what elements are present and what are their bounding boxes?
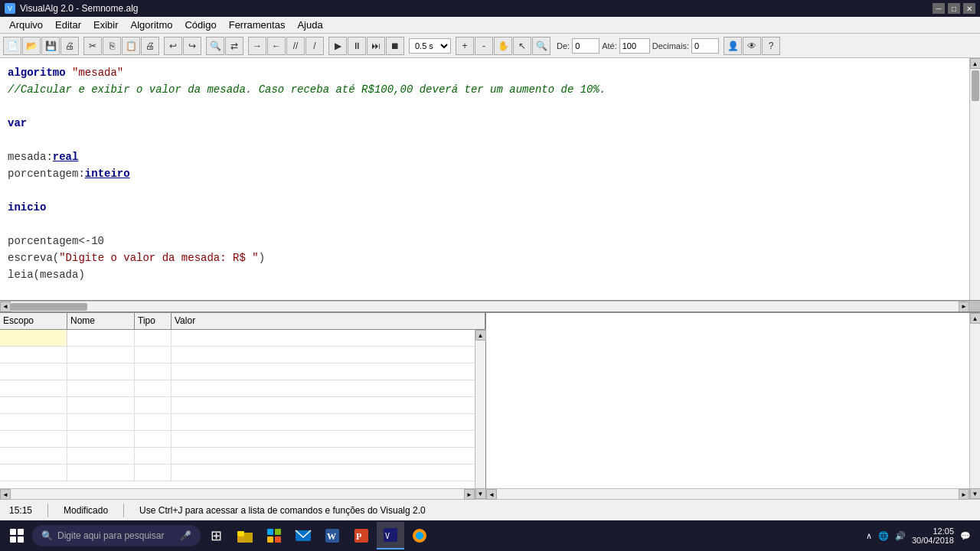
search-bar[interactable]: 🔍 Digite aqui para pesquisar 🎤	[32, 525, 201, 546]
line-blank1	[8, 98, 972, 115]
line-blank3	[8, 182, 972, 199]
line-blank2	[8, 132, 972, 148]
var-row-2	[0, 364, 485, 380]
output-scrollbar-h[interactable]: ◄ ►	[486, 488, 969, 499]
menu-ferramentas[interactable]: Ferramentas	[223, 17, 292, 33]
stop-button[interactable]: ⏹	[386, 37, 404, 55]
cut-button[interactable]: ✂	[83, 37, 102, 55]
save-button[interactable]: 💾	[41, 37, 60, 55]
clock-date: 30/04/2018	[912, 536, 954, 545]
main-area: algoritmo "mesada" //Calcular e exibir o…	[0, 58, 980, 499]
svg-rect-4	[237, 531, 244, 536]
scroll-thumb[interactable]	[972, 70, 979, 101]
decimais-label: Decimais:	[651, 41, 691, 51]
redo-button[interactable]: ↪	[183, 37, 201, 55]
ate-input[interactable]	[619, 38, 650, 54]
new-button[interactable]: 📄	[3, 37, 21, 55]
tray-up-arrow[interactable]: ∧	[866, 531, 872, 541]
variables-scrollbar-h[interactable]: ◄ ►	[0, 488, 475, 499]
profile-button[interactable]: 👤	[724, 37, 742, 55]
comment-button[interactable]: //	[286, 37, 305, 55]
print2-button[interactable]: 🖨	[141, 37, 159, 55]
print-button[interactable]: 🖨	[60, 37, 79, 55]
scroll-left-arrow[interactable]: ◄	[0, 302, 11, 312]
zoom-in-button[interactable]: +	[456, 37, 474, 55]
volume-icon: 🔊	[895, 531, 906, 541]
status-bar: 15:15 Modificado Use Ctrl+J para acessar…	[0, 499, 980, 520]
status-divider-2	[123, 504, 124, 517]
h-scroll-thumb[interactable]	[11, 303, 87, 311]
out-scroll-right[interactable]: ►	[959, 489, 969, 500]
taskbar-ppt[interactable]: P	[348, 522, 375, 549]
out-scroll-left[interactable]: ◄	[486, 489, 497, 500]
step-button[interactable]: ⏭	[367, 37, 385, 55]
line-blank4	[8, 216, 972, 233]
help-button[interactable]: ?	[762, 37, 780, 55]
replace-button[interactable]: ⇄	[225, 37, 243, 55]
task-view-button[interactable]: ⊞	[202, 522, 230, 549]
menu-arquivo[interactable]: Arquivo	[3, 17, 49, 33]
decimais-input[interactable]	[691, 38, 719, 54]
watch-button[interactable]: 👁	[743, 37, 761, 55]
indent-button[interactable]: →	[248, 37, 266, 55]
menu-exibir[interactable]: Exibir	[87, 17, 125, 33]
var-scroll-down[interactable]: ▼	[475, 488, 486, 499]
svg-rect-8	[275, 529, 281, 535]
svg-rect-1	[18, 529, 24, 535]
close-button[interactable]: ✕	[963, 3, 975, 14]
taskbar-mail[interactable]	[289, 522, 317, 549]
svg-rect-0	[10, 529, 16, 535]
taskbar-visualalg[interactable]: V	[377, 522, 404, 549]
uncomment-button[interactable]: /	[305, 37, 324, 55]
line-1: algoritmo "mesada"	[8, 64, 972, 81]
svg-rect-10	[275, 536, 281, 543]
cursor-position: 15:15	[6, 505, 35, 516]
menu-ajuda[interactable]: Ajuda	[291, 17, 328, 33]
taskbar-firefox[interactable]	[406, 522, 433, 549]
svg-point-19	[416, 532, 423, 540]
minimize-button[interactable]: ─	[933, 3, 945, 14]
scroll-up-arrow[interactable]: ▲	[970, 58, 981, 69]
notification-icon[interactable]: 💬	[960, 531, 971, 541]
hand-button[interactable]: ✋	[494, 37, 512, 55]
out-scroll-down[interactable]: ▼	[970, 488, 981, 499]
menu-algoritmo[interactable]: Algoritmo	[125, 17, 179, 33]
menu-editar[interactable]: Editar	[49, 17, 87, 33]
taskbar-explorer[interactable]	[231, 522, 259, 549]
start-button[interactable]	[3, 522, 31, 549]
debug-button[interactable]: ⏸	[348, 37, 366, 55]
speed-select[interactable]: 0.5 s 1.0 s 0.25 s	[409, 38, 451, 54]
variables-scrollbar-v[interactable]: ▲ ▼	[475, 330, 485, 499]
svg-rect-3	[18, 536, 24, 543]
editor-scrollbar-v[interactable]: ▲	[969, 58, 980, 300]
var-row-6	[0, 431, 485, 448]
run-button[interactable]: ▶	[328, 37, 347, 55]
menu-codigo[interactable]: Código	[178, 17, 222, 33]
out-scroll-up[interactable]: ▲	[970, 313, 981, 324]
h-scroll-track[interactable]	[11, 302, 959, 311]
paste-button[interactable]: 📋	[122, 37, 140, 55]
taskbar-word[interactable]: W	[318, 522, 346, 549]
var-scroll-left[interactable]: ◄	[0, 489, 11, 500]
maximize-button[interactable]: □	[948, 3, 960, 14]
status-divider-1	[47, 504, 48, 517]
output-scrollbar-v[interactable]: ▲ ▼	[969, 313, 980, 499]
unindent-button[interactable]: ←	[267, 37, 286, 55]
scroll-right-arrow[interactable]: ►	[959, 302, 969, 312]
cursor-button[interactable]: ↖	[513, 37, 531, 55]
de-input[interactable]	[572, 38, 599, 54]
search-icon: 🔍	[41, 530, 53, 541]
search-button[interactable]: 🔍	[206, 37, 224, 55]
zoom-select-button[interactable]: 🔍	[532, 37, 550, 55]
code-content[interactable]: algoritmo "mesada" //Calcular e exibir o…	[0, 58, 980, 300]
taskbar-apps[interactable]	[260, 522, 288, 549]
open-button[interactable]: 📂	[22, 37, 41, 55]
copy-button[interactable]: ⎘	[103, 37, 121, 55]
h-scrollbar[interactable]: ◄ ►	[0, 301, 969, 311]
var-scroll-up[interactable]: ▲	[475, 330, 486, 341]
undo-button[interactable]: ↩	[164, 37, 182, 55]
var-scroll-right[interactable]: ►	[464, 489, 475, 500]
code-editor[interactable]: algoritmo "mesada" //Calcular e exibir o…	[0, 58, 980, 301]
var-cell-escopo-1	[0, 347, 67, 363]
zoom-out-button[interactable]: -	[475, 37, 493, 55]
